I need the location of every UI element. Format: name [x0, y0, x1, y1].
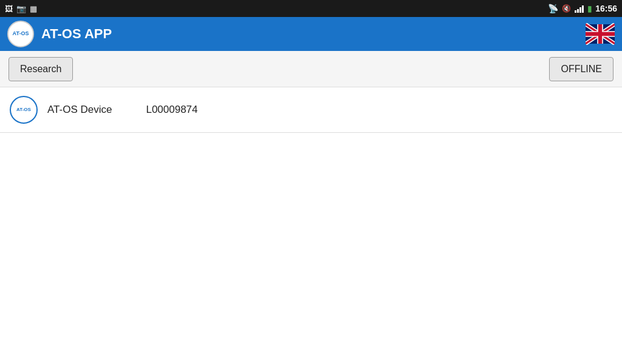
camera-icon: 📷 — [16, 4, 26, 13]
research-button[interactable]: Research — [9, 57, 73, 81]
bluetooth-icon: 📡 — [548, 4, 558, 13]
app-bar: AT-OS AT-OS APP — [0, 17, 622, 51]
device-id: L00009874 — [146, 104, 197, 116]
clock: 16:56 — [595, 4, 617, 13]
status-bar-right: 📡 🔇 ▮ 16:56 — [548, 4, 617, 13]
uk-flag-icon[interactable] — [586, 23, 615, 45]
app-logo: AT-OS — [7, 21, 34, 47]
app-bar-left: AT-OS AT-OS APP — [7, 21, 112, 47]
device-list: AT-OS AT-OS Device L00009874 — [0, 87, 622, 133]
app-title: AT-OS APP — [41, 26, 112, 42]
mute-icon: 🔇 — [562, 4, 571, 13]
battery-icon: ▮ — [587, 4, 592, 13]
device-logo: AT-OS — [10, 96, 38, 124]
offline-button[interactable]: OFFLINE — [549, 57, 613, 81]
status-bar: 🖼 📷 ▦ 📡 🔇 ▮ 16:56 — [0, 0, 622, 17]
image-icon: 🖼 — [5, 4, 13, 13]
signal-icon — [575, 4, 584, 13]
toolbar: Research OFFLINE — [0, 51, 622, 87]
device-list-item[interactable]: AT-OS AT-OS Device L00009874 — [0, 87, 622, 133]
grid-icon: ▦ — [30, 4, 37, 13]
status-bar-left: 🖼 📷 ▦ — [5, 4, 37, 13]
device-name: AT-OS Device — [47, 104, 112, 116]
